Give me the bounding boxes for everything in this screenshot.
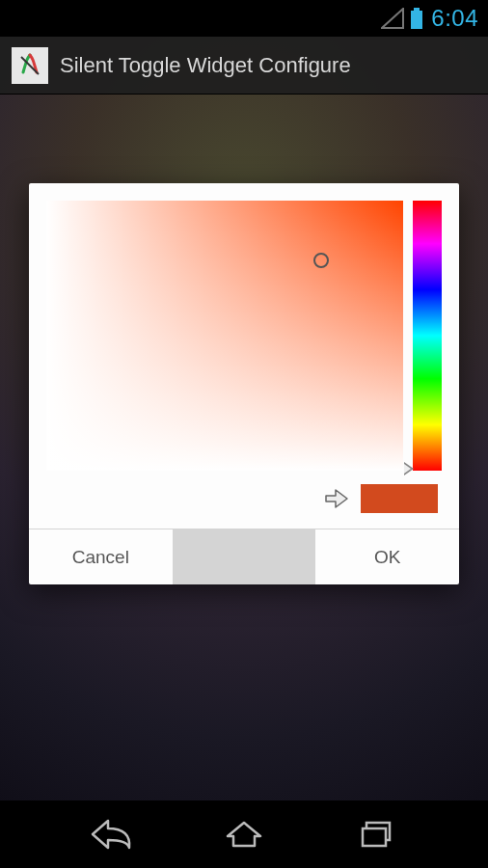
cancel-button[interactable]: Cancel (29, 529, 173, 584)
ok-button[interactable]: OK (315, 529, 459, 584)
color-preview-swatch (361, 484, 438, 513)
svg-rect-1 (411, 11, 422, 29)
battery-icon (410, 8, 423, 29)
app-title: Silent Toggle Widget Configure (60, 53, 351, 78)
button-divider (173, 529, 316, 584)
hue-slider[interactable] (413, 201, 442, 471)
hue-cursor[interactable] (404, 462, 414, 475)
arrow-right-icon (324, 488, 349, 509)
sv-cursor[interactable] (313, 253, 329, 268)
svg-rect-0 (414, 8, 420, 11)
home-button[interactable] (222, 817, 266, 852)
navigation-bar (0, 800, 488, 868)
signal-icon (381, 8, 404, 29)
svg-rect-4 (363, 828, 386, 846)
back-button[interactable] (89, 817, 133, 852)
status-time: 6:04 (431, 5, 478, 32)
status-bar: 6:04 (0, 0, 488, 37)
app-icon (12, 47, 48, 84)
app-bar: Silent Toggle Widget Configure (0, 37, 488, 95)
color-picker-dialog: Cancel OK (29, 183, 459, 584)
recent-apps-button[interactable] (355, 817, 399, 852)
saturation-value-panel[interactable] (46, 201, 403, 471)
